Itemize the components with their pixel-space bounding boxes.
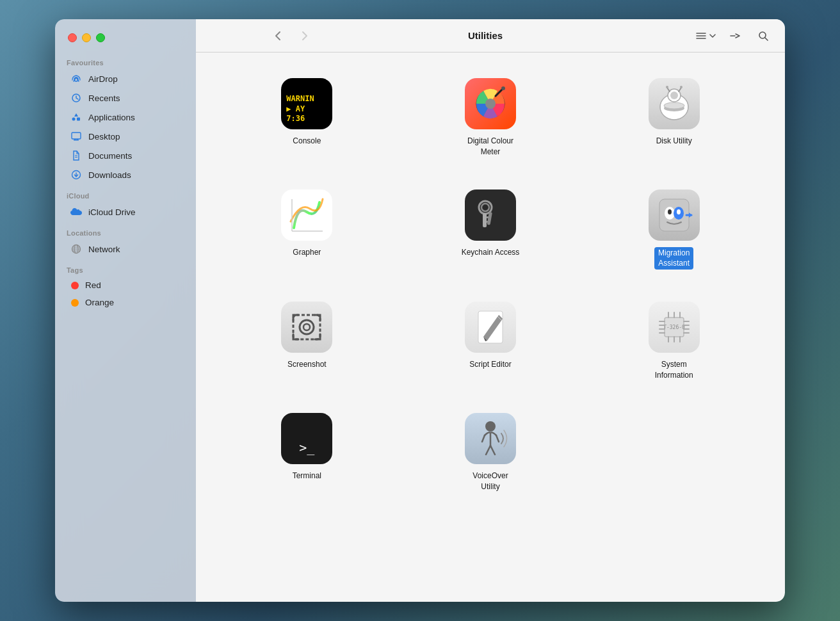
svg-point-67: [485, 421, 496, 431]
svg-point-32: [680, 86, 682, 88]
sidebar-item-recents[interactable]: Recents: [59, 89, 192, 107]
file-item-terminal[interactable]: >_ Terminal: [222, 407, 392, 499]
view-options-button[interactable]: [695, 31, 716, 40]
sidebar-item-label: AirDrop: [88, 74, 118, 84]
sidebar-item-desktop[interactable]: Desktop: [59, 127, 192, 145]
svg-rect-3: [77, 118, 80, 121]
svg-point-48: [303, 324, 310, 330]
file-item-script-editor[interactable]: Script Editor: [405, 295, 576, 387]
svg-point-47: [300, 320, 314, 334]
sidebar-item-network[interactable]: Network: [59, 240, 192, 258]
file-item-disk-utility[interactable]: Disk Utility: [588, 72, 759, 164]
favourites-section-label: Favourites: [55, 51, 196, 69]
file-grid: WARNIN ▶ AY 7:36 Console: [196, 52, 785, 602]
sidebar: Favourites AirDrop Recents: [55, 19, 196, 602]
file-item-migration-assistant[interactable]: MigrationAssistant: [588, 183, 759, 277]
svg-rect-37: [483, 213, 487, 227]
system-information-label: SystemInformation: [655, 359, 693, 381]
svg-point-44: [668, 209, 672, 214]
red-tag-dot: [71, 282, 79, 289]
file-item-digital-colour-meter[interactable]: Digital ColourMeter: [405, 72, 576, 164]
screenshot-icon: [281, 302, 332, 353]
sidebar-item-label: Recents: [88, 93, 120, 103]
locations-section-label: Locations: [55, 222, 196, 239]
tags-section-label: Tags: [55, 259, 196, 277]
main-content: Utilities: [196, 19, 785, 602]
tag-red-label: Red: [85, 280, 101, 290]
disk-utility-icon: [649, 78, 700, 129]
svg-point-36: [481, 204, 489, 211]
sidebar-item-documents[interactable]: Documents: [59, 147, 192, 165]
voiceover-utility-label: VoiceOverUtility: [472, 471, 508, 492]
svg-point-28: [670, 92, 678, 99]
sidebar-item-label: Desktop: [88, 132, 120, 141]
file-item-console[interactable]: WARNIN ▶ AY 7:36 Console: [222, 72, 392, 164]
keychain-access-icon: [465, 190, 516, 241]
airdrop-icon: [70, 73, 82, 85]
file-item-grapher[interactable]: Grapher: [222, 183, 392, 277]
console-label: Console: [293, 136, 321, 147]
toolbar: Utilities: [196, 19, 785, 52]
window-title: Utilities: [323, 30, 648, 41]
close-button[interactable]: [68, 33, 77, 42]
svg-point-45: [677, 209, 681, 214]
desktop-icon: [70, 131, 82, 142]
downloads-icon: [70, 169, 82, 181]
sidebar-item-label: Documents: [88, 151, 132, 161]
voiceover-utility-icon: [465, 413, 516, 464]
finder-window: Favourites AirDrop Recents: [55, 19, 785, 602]
icloud-icon: [70, 206, 82, 218]
sidebar-item-tag-red[interactable]: Red: [59, 277, 192, 293]
svg-point-26: [664, 102, 684, 109]
svg-rect-46: [293, 315, 320, 339]
svg-text:T-326-0: T-326-0: [663, 325, 685, 330]
svg-point-20: [485, 99, 496, 109]
grapher-label: Grapher: [293, 247, 321, 258]
search-button[interactable]: [754, 27, 772, 45]
grapher-icon: [281, 190, 332, 241]
file-item-system-information[interactable]: T-326-0: [588, 295, 759, 387]
system-information-icon: T-326-0: [649, 302, 700, 353]
svg-point-31: [666, 86, 668, 88]
svg-rect-4: [72, 133, 81, 139]
tag-orange-label: Orange: [85, 298, 114, 307]
sidebar-item-downloads[interactable]: Downloads: [59, 166, 192, 184]
migration-assistant-label: MigrationAssistant: [654, 247, 693, 270]
digital-colour-meter-label: Digital ColourMeter: [467, 136, 513, 157]
documents-icon: [70, 150, 82, 161]
recents-icon: [70, 92, 82, 104]
more-options-button[interactable]: [726, 27, 744, 45]
script-editor-icon: [465, 302, 516, 353]
orange-tag-dot: [71, 299, 79, 307]
svg-point-22: [501, 86, 505, 90]
console-app-icon: WARNIN ▶ AY 7:36: [281, 78, 332, 129]
applications-icon: [70, 111, 82, 123]
svg-line-18: [765, 38, 768, 40]
script-editor-label: Script Editor: [469, 359, 511, 370]
network-icon: [70, 243, 82, 255]
migration-assistant-icon: [649, 190, 700, 241]
sidebar-item-airdrop[interactable]: AirDrop: [59, 70, 192, 88]
sidebar-item-tag-orange[interactable]: Orange: [59, 294, 192, 310]
forward-button[interactable]: [296, 27, 314, 45]
sidebar-item-icloud-drive[interactable]: iCloud Drive: [59, 203, 192, 221]
file-item-screenshot[interactable]: Screenshot: [222, 295, 392, 387]
toolbar-right: [695, 27, 772, 45]
sidebar-item-label: Network: [88, 245, 120, 254]
screenshot-label: Screenshot: [287, 359, 327, 370]
minimize-button[interactable]: [82, 33, 91, 42]
back-button[interactable]: [269, 27, 287, 45]
sidebar-item-applications[interactable]: Applications: [59, 108, 192, 126]
icloud-section-label: iCloud: [55, 184, 196, 202]
disk-utility-label: Disk Utility: [656, 136, 692, 147]
file-item-keychain-access[interactable]: Keychain Access: [405, 183, 576, 277]
svg-point-2: [72, 118, 76, 121]
fullscreen-button[interactable]: [96, 33, 105, 42]
traffic-lights: [68, 33, 105, 42]
terminal-label: Terminal: [293, 471, 321, 481]
file-item-voiceover-utility[interactable]: VoiceOverUtility: [405, 407, 576, 499]
digital-colour-meter-icon: [465, 78, 516, 129]
svg-rect-5: [74, 140, 79, 141]
keychain-access-label: Keychain Access: [462, 247, 520, 258]
terminal-icon: >_: [281, 413, 332, 464]
